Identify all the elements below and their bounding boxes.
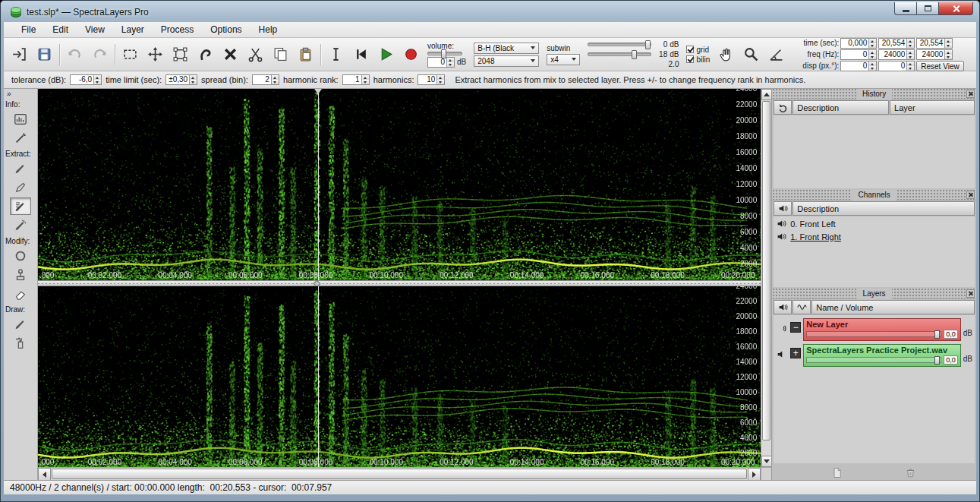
spinner-down-button[interactable] xyxy=(907,66,914,71)
layer-audible-icon[interactable] xyxy=(777,323,788,336)
spinner-down-button[interactable] xyxy=(945,55,952,59)
layer-volume-thumb[interactable] xyxy=(934,356,940,365)
layers-mute-column-button[interactable] xyxy=(774,300,792,314)
freq-end-spinner[interactable]: 24000 xyxy=(878,49,915,60)
measure-tool-button[interactable] xyxy=(764,41,789,68)
history-undo-button[interactable] xyxy=(774,100,792,115)
menu-item-process[interactable]: Process xyxy=(153,22,202,37)
title-bar[interactable]: test.slp* — SpectraLayers Pro xyxy=(4,2,976,22)
channel-label[interactable]: 0. Front Left xyxy=(790,219,835,229)
menu-item-options[interactable]: Options xyxy=(202,22,250,37)
layers-wave-column-button[interactable] xyxy=(793,300,811,314)
paste-button[interactable] xyxy=(293,41,318,68)
horizontal-scrollbar[interactable] xyxy=(38,467,761,480)
transform-tool-button[interactable] xyxy=(168,41,193,68)
time-length-spinner[interactable]: 20,554 xyxy=(916,38,953,49)
extract-brush-tool-button[interactable] xyxy=(10,159,31,177)
layer-row-practice-project[interactable]: + SpectraLayers Practice Project.wav 0,0… xyxy=(774,341,975,367)
spinner-down-button[interactable] xyxy=(362,80,369,84)
channels-column-description[interactable]: Description xyxy=(793,201,975,216)
channel-row-front-right[interactable]: 1. Front Right xyxy=(774,229,975,242)
speaker-icon[interactable] xyxy=(777,219,786,229)
layer-name-volume-bar[interactable]: New Layer 0,0 xyxy=(803,318,961,341)
minimize-button[interactable] xyxy=(894,2,917,15)
invert-selection-button[interactable] xyxy=(193,41,218,68)
draw-brush-tool-button[interactable] xyxy=(10,315,31,333)
spinner-down-button[interactable] xyxy=(907,55,914,59)
harmonic-rank-spinner[interactable]: 1 xyxy=(342,74,370,85)
spinner-down-button[interactable] xyxy=(272,80,279,84)
playhead-marker-icon[interactable] xyxy=(314,89,322,94)
open-file-button[interactable] xyxy=(7,41,32,68)
spectrogram-left-channel[interactable]: 2400022000200001800016000140001200010000… xyxy=(38,89,761,280)
bilin-checkbox[interactable]: bilin xyxy=(686,55,710,64)
move-tool-button[interactable] xyxy=(143,41,168,68)
blur-tool-button[interactable] xyxy=(10,247,31,264)
picker-tool-button[interactable] xyxy=(10,129,31,147)
disp-x-spinner[interactable]: 0 xyxy=(840,61,877,71)
history-column-description[interactable]: Description xyxy=(793,100,889,115)
layers-close-icon[interactable] xyxy=(966,289,975,298)
channels-panel-titlebar[interactable]: Channels xyxy=(772,190,976,200)
vertical-scroll-thumb[interactable] xyxy=(762,101,770,440)
tolerance-spinner[interactable]: -6,0 xyxy=(70,74,102,85)
history-close-icon[interactable] xyxy=(966,90,975,98)
channel-row-front-left[interactable]: 0. Front Left xyxy=(774,216,975,229)
spinner-down-button[interactable] xyxy=(907,43,914,48)
extract-harmonics-tool-button[interactable] xyxy=(10,197,31,215)
cursor-tool-button[interactable] xyxy=(323,41,348,68)
layer-expand-toggle[interactable]: + xyxy=(790,348,801,358)
history-column-layer[interactable]: Layer xyxy=(890,100,975,115)
histogram-tool-button[interactable] xyxy=(10,110,31,128)
time-limit-spinner[interactable]: ±0,30 xyxy=(165,74,197,85)
volume-slider[interactable] xyxy=(427,52,462,55)
history-panel-titlebar[interactable]: History xyxy=(772,89,976,99)
zoom-tool-button[interactable] xyxy=(739,41,764,68)
layer-collapse-toggle[interactable]: − xyxy=(790,322,801,333)
scroll-down-button[interactable] xyxy=(761,456,772,467)
spectrogram-canvas[interactable] xyxy=(38,286,761,467)
redo-button[interactable] xyxy=(87,41,112,68)
layers-panel-titlebar[interactable]: Layers xyxy=(772,289,976,299)
harmonics-spinner[interactable]: 10 xyxy=(418,74,445,85)
play-button[interactable] xyxy=(373,41,399,68)
spinner-down-button[interactable] xyxy=(869,55,876,59)
volume-slider-thumb[interactable] xyxy=(441,49,446,58)
history-list[interactable] xyxy=(774,115,975,188)
pan-tool-button[interactable] xyxy=(714,41,739,68)
menu-item-help[interactable]: Help xyxy=(251,22,286,37)
layer-volume-slider[interactable] xyxy=(806,331,941,337)
channels-mute-column-button[interactable] xyxy=(774,201,792,216)
menu-item-edit[interactable]: Edit xyxy=(44,22,77,37)
cut-button[interactable] xyxy=(243,41,268,68)
layer-volume-slider[interactable] xyxy=(806,357,941,363)
layer-name[interactable]: New Layer xyxy=(806,320,958,329)
time-start-spinner[interactable]: 0,000 xyxy=(840,38,877,49)
grid-checkbox[interactable]: grid xyxy=(686,46,710,54)
vertical-scroll-track[interactable] xyxy=(761,100,771,456)
layer-name[interactable]: SpectraLayers Practice Project.wav xyxy=(806,346,958,355)
disp-y-spinner[interactable]: 0 xyxy=(878,61,915,71)
speaker-icon[interactable] xyxy=(777,232,786,242)
playhead-cursor[interactable] xyxy=(318,89,319,280)
colormap-select[interactable]: B-H (Black xyxy=(474,43,539,54)
undo-button[interactable] xyxy=(62,41,87,68)
new-layer-button[interactable] xyxy=(831,466,845,479)
spinner-down-button[interactable] xyxy=(437,80,444,84)
layer-name-volume-bar[interactable]: SpectraLayers Practice Project.wav 0,0 xyxy=(803,344,961,367)
freq-start-spinner[interactable]: 0 xyxy=(840,49,877,60)
spectrogram-canvas[interactable] xyxy=(38,89,761,280)
clone-tool-button[interactable] xyxy=(10,266,31,283)
close-button[interactable] xyxy=(938,2,973,15)
volume-spinner[interactable]: 0 xyxy=(427,57,455,68)
vertical-scrollbar[interactable] xyxy=(761,89,771,480)
extract-pencil-tool-button[interactable] xyxy=(10,178,31,196)
spinner-down-button[interactable] xyxy=(94,80,101,84)
spinner-down-button[interactable] xyxy=(190,80,197,84)
spinner-down-button[interactable] xyxy=(945,43,952,48)
scroll-left-button[interactable] xyxy=(38,468,51,481)
spread-spinner[interactable]: 2 xyxy=(252,74,279,85)
copy-button[interactable] xyxy=(268,41,293,68)
spinner-down-button[interactable] xyxy=(447,62,454,67)
record-button[interactable] xyxy=(399,41,424,68)
